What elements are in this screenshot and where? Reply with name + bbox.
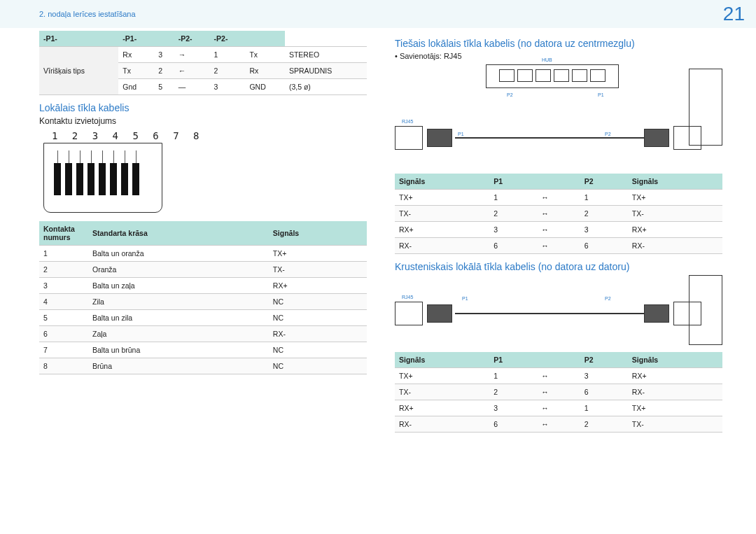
port-icon bbox=[554, 69, 569, 82]
chapter-label: 2. nodaļa Ierīces iestatīšana bbox=[39, 10, 136, 18]
pin-icon bbox=[88, 163, 94, 195]
port-icon bbox=[517, 69, 533, 82]
table-row: 4ZilaNC bbox=[39, 294, 367, 310]
direct-signal-table: Signāls P1 P2 Signāls TX+1↔1TX+TX-2↔2TX-… bbox=[395, 174, 722, 254]
table-row: 6ZaļaRX- bbox=[39, 326, 367, 342]
connector-bullet: • Savienotājs: RJ45 bbox=[395, 52, 722, 60]
port-icon bbox=[536, 69, 551, 82]
th: Signāls bbox=[269, 221, 367, 246]
direct-cable-diagram: HUB P2 P1 RJ45 P1 P2 bbox=[395, 62, 722, 174]
port-icon bbox=[590, 69, 606, 82]
pin-icon bbox=[121, 163, 128, 195]
pin-mapping-table: -P1- -P1- -P2- -P2- Vīrišķais tips Rx 3 … bbox=[39, 31, 367, 95]
p2-label: P2 bbox=[507, 92, 513, 97]
rj45-label: RJ45 bbox=[402, 119, 413, 124]
page-header: 2. nodaļa Ierīces iestatīšana 21 bbox=[0, 0, 756, 28]
p1-label: P1 bbox=[458, 132, 464, 136]
table-row: 7Balta un brūnaNC bbox=[39, 342, 367, 358]
pc-icon bbox=[689, 69, 722, 146]
table-row: 2OranžaTX- bbox=[39, 262, 367, 278]
heading-lan-cable: Lokālais tīkla kabelis bbox=[39, 102, 367, 113]
subheading-pinout: Kontaktu izvietojums bbox=[39, 116, 367, 126]
table-row: RX-6↔6RX- bbox=[395, 238, 722, 254]
right-column: Tiešais lokālais tīkla kabelis (no dator… bbox=[395, 31, 722, 433]
table-row: TX-2↔2TX- bbox=[395, 206, 722, 222]
rowhead: Vīrišķais tips bbox=[39, 47, 118, 95]
pin-icon bbox=[76, 163, 83, 195]
th: Signāls bbox=[628, 352, 722, 368]
hub-label: HUB bbox=[542, 57, 552, 62]
rj45-illustration bbox=[43, 143, 162, 213]
table-row: TX+1↔1TX+ bbox=[395, 190, 722, 206]
table-row: RX+3↔1TX+ bbox=[395, 400, 722, 416]
p1-label: P1 bbox=[598, 92, 604, 97]
th: Signāls bbox=[628, 174, 722, 190]
table-row: Vīrišķais tips Rx 3 → 1 Tx STEREO bbox=[39, 47, 367, 63]
th: Signāls bbox=[395, 352, 489, 368]
th bbox=[537, 352, 580, 368]
th: P1 bbox=[489, 174, 537, 190]
pin-icon bbox=[132, 163, 139, 195]
th: -P1- bbox=[118, 31, 154, 47]
pin-icon bbox=[110, 163, 117, 195]
page-number: 21 bbox=[723, 3, 745, 25]
pc-icon bbox=[689, 275, 722, 345]
table-row: RX-6↔2TX- bbox=[395, 416, 722, 433]
pin-icon bbox=[65, 163, 72, 195]
wire-color-table: Kontakta numurs Standarta krāsa Signāls … bbox=[39, 221, 367, 374]
th bbox=[245, 31, 284, 47]
port-icon bbox=[499, 69, 514, 82]
p2-label: P2 bbox=[605, 296, 611, 301]
p2-label: P2 bbox=[605, 132, 611, 136]
pin-numbers: 1 2 3 4 5 6 7 8 bbox=[39, 130, 367, 141]
th: -P2- bbox=[210, 31, 246, 47]
cross-signal-table: Signāls P1 P2 Signāls TX+1↔3RX+TX-2↔6RX-… bbox=[395, 352, 722, 433]
left-column: -P1- -P1- -P2- -P2- Vīrišķais tips Rx 3 … bbox=[39, 31, 367, 433]
pin-icon bbox=[99, 163, 106, 195]
table-row: 1Balta un oranžaTX+ bbox=[39, 246, 367, 262]
heading-cross-cable: Krusteniskais lokālā tīkla kabelis (no d… bbox=[395, 261, 722, 272]
table-row: 5Balta un zilaNC bbox=[39, 310, 367, 326]
th: -P1- bbox=[39, 31, 118, 47]
table-row: TX+1↔3RX+ bbox=[395, 368, 722, 384]
rj45-label: RJ45 bbox=[402, 295, 413, 300]
th: Signāls bbox=[395, 174, 489, 190]
th: P2 bbox=[580, 352, 628, 368]
th: Kontakta numurs bbox=[39, 221, 88, 246]
th: -P2- bbox=[174, 31, 210, 47]
table-row: 3Balta un zaļaRX+ bbox=[39, 278, 367, 294]
pin-icon bbox=[54, 163, 61, 195]
th bbox=[537, 174, 580, 190]
th: Standarta krāsa bbox=[88, 221, 269, 246]
port-icon bbox=[572, 69, 587, 82]
table-row: TX-2↔6RX- bbox=[395, 384, 722, 400]
table-row: 8BrūnaNC bbox=[39, 358, 367, 374]
heading-direct-cable: Tiešais lokālais tīkla kabelis (no dator… bbox=[395, 38, 722, 49]
th: P1 bbox=[489, 352, 537, 368]
p1-label: P1 bbox=[462, 296, 468, 301]
cross-cable-diagram: RJ45 P1 P2 bbox=[395, 275, 722, 352]
table-row: RX+3↔3RX+ bbox=[395, 222, 722, 238]
th: P2 bbox=[580, 174, 628, 190]
th bbox=[154, 31, 174, 47]
